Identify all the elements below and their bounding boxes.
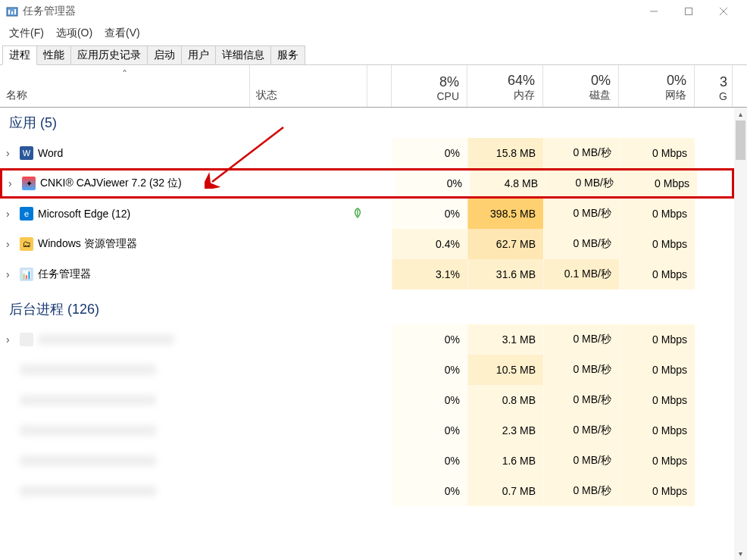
chevron-right-icon[interactable]: › [6, 208, 15, 220]
edge-icon: e [20, 207, 33, 221]
network-usage-pct: 0% [667, 73, 686, 89]
svg-rect-3 [14, 9, 16, 14]
section-background[interactable]: 后台进程 (126) [0, 294, 734, 324]
cpu-cell: 0% [392, 446, 467, 476]
tab-performance[interactable]: 性能 [36, 45, 71, 64]
process-name: Windows 资源管理器 [38, 237, 137, 251]
tab-details[interactable]: 详细信息 [215, 45, 271, 64]
scroll-down-icon[interactable]: ▾ [734, 547, 747, 560]
disk-label: 磁盘 [589, 89, 611, 102]
process-row-bg[interactable]: 0% 0.8 MB 0 MB/秒 0 Mbps [0, 385, 734, 415]
process-row-bg[interactable]: 0% 0.7 MB 0 MB/秒 0 Mbps [0, 476, 734, 506]
svg-rect-2 [11, 11, 13, 14]
memory-cell: 3.1 MB [467, 324, 543, 355]
process-name [38, 334, 174, 345]
memory-cell: 31.6 MB [467, 259, 543, 289]
tab-processes[interactable]: 进程 [2, 45, 37, 65]
titlebar: 任务管理器 [0, 0, 747, 23]
column-network[interactable]: 0% 网络 [619, 65, 695, 107]
column-extra[interactable]: 3 G [695, 65, 732, 107]
cpu-cell: 0% [392, 415, 467, 446]
process-name: Word [38, 147, 63, 159]
minimize-button[interactable] [636, 0, 671, 23]
network-cell: 0 Mbps [619, 138, 695, 168]
column-pad [367, 65, 392, 107]
menubar: 文件(F) 选项(O) 查看(V) [0, 23, 747, 44]
disk-cell: 0 MB/秒 [543, 199, 619, 229]
network-cell: 0 Mbps [619, 415, 695, 446]
network-cell: 0 Mbps [619, 476, 695, 506]
sort-indicator-icon: ˄ [122, 68, 127, 80]
disk-cell: 0 MB/秒 [543, 446, 619, 476]
disk-cell: 0 MB/秒 [543, 138, 619, 168]
tab-services[interactable]: 服务 [270, 45, 305, 64]
cpu-cell: 0.4% [392, 229, 467, 259]
section-background-label: 后台进程 (126) [9, 300, 99, 318]
tab-app-history[interactable]: 应用历史记录 [70, 45, 148, 64]
scroll-thumb[interactable] [736, 120, 745, 160]
menu-view[interactable]: 查看(V) [98, 25, 146, 42]
cpu-cell: 0% [392, 385, 467, 415]
chevron-right-icon[interactable]: › [6, 333, 15, 346]
chevron-right-icon[interactable]: › [8, 177, 17, 189]
cpu-cell: 3.1% [392, 259, 467, 289]
section-apps[interactable]: 应用 (5) [0, 108, 734, 138]
column-status[interactable]: 状态 [250, 65, 367, 107]
tab-startup[interactable]: 启动 [147, 45, 182, 64]
memory-cell: 10.5 MB [467, 355, 543, 385]
process-row-explorer[interactable]: › 🗂 Windows 资源管理器 0.4% 62.7 MB 0 MB/秒 0 … [0, 229, 734, 259]
status-cell [250, 259, 367, 289]
app-icon [6, 5, 18, 17]
column-scroll-gap [732, 65, 747, 107]
extra-top: 3 [720, 74, 727, 90]
process-row-bg[interactable]: 0% 10.5 MB 0 MB/秒 0 Mbps [0, 355, 734, 385]
column-cpu[interactable]: 8% CPU [392, 65, 467, 107]
memory-label: 内存 [514, 89, 535, 102]
process-row-bg[interactable]: 0% 1.6 MB 0 MB/秒 0 Mbps [0, 446, 734, 476]
status-cell [250, 199, 367, 229]
close-button[interactable] [706, 0, 741, 23]
chevron-right-icon[interactable]: › [6, 147, 15, 159]
maximize-button[interactable] [671, 0, 706, 23]
chevron-right-icon[interactable]: › [6, 268, 15, 280]
column-name[interactable]: ˄ 名称 [0, 65, 250, 107]
process-list: 应用 (5) › W Word 0% 15.8 MB 0 MB/秒 0 Mbps… [0, 108, 747, 560]
scroll-up-icon[interactable]: ▴ [734, 108, 747, 120]
process-name: CNKI® CAJViewer 7.2 (32 位) [40, 177, 182, 190]
network-cell: 0 Mbps [619, 259, 695, 289]
vertical-scrollbar[interactable]: ▴ ▾ [734, 108, 747, 560]
network-cell: 0 Mbps [619, 324, 695, 355]
memory-cell: 0.8 MB [467, 385, 543, 415]
memory-usage-pct: 64% [508, 73, 535, 89]
process-name: 任务管理器 [38, 267, 91, 281]
process-row-cajviewer[interactable]: › ✦ CNKI® CAJViewer 7.2 (32 位) 0% 4.8 MB… [0, 168, 734, 199]
process-name [20, 486, 156, 496]
network-cell: 0 Mbps [619, 446, 695, 476]
process-row-taskmgr[interactable]: › 📊 任务管理器 3.1% 31.6 MB 0.1 MB/秒 0 Mbps [0, 259, 734, 289]
process-row-bg[interactable]: › 0% 3.1 MB 0 MB/秒 0 Mbps [0, 324, 734, 355]
menu-options[interactable]: 选项(O) [50, 25, 98, 42]
column-disk[interactable]: 0% 磁盘 [543, 65, 619, 107]
disk-cell: 0 MB/秒 [543, 385, 619, 415]
process-name: Microsoft Edge (12) [38, 208, 130, 220]
column-headers: ˄ 名称 状态 8% CPU 64% 内存 0% 磁盘 0% 网络 3 G [0, 65, 747, 108]
column-name-label: 名称 [6, 89, 243, 102]
svg-rect-1 [8, 10, 10, 14]
menu-file[interactable]: 文件(F) [3, 25, 50, 42]
memory-cell: 4.8 MB [470, 171, 545, 196]
memory-cell: 0.7 MB [467, 476, 543, 506]
chevron-right-icon[interactable]: › [6, 238, 15, 250]
cpu-label: CPU [436, 90, 459, 102]
memory-cell: 398.5 MB [467, 199, 543, 229]
network-cell: 0 Mbps [619, 385, 695, 415]
process-row-bg[interactable]: 0% 2.3 MB 0 MB/秒 0 Mbps [0, 415, 734, 446]
status-cell [250, 229, 367, 259]
tab-users[interactable]: 用户 [181, 45, 216, 64]
explorer-icon: 🗂 [20, 237, 33, 251]
status-cell [252, 171, 370, 196]
process-row-word[interactable]: › W Word 0% 15.8 MB 0 MB/秒 0 Mbps [0, 138, 734, 168]
column-memory[interactable]: 64% 内存 [467, 65, 543, 107]
network-cell: 0 Mbps [619, 199, 695, 229]
network-cell: 0 Mbps [621, 171, 697, 196]
process-row-edge[interactable]: › e Microsoft Edge (12) 0% 398.5 MB 0 MB… [0, 199, 734, 229]
